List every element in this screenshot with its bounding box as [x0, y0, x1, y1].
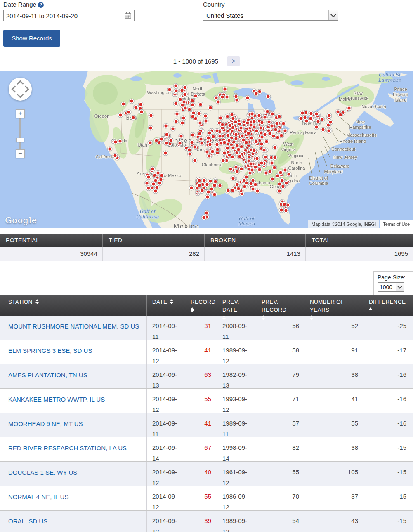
zoom-slider-handle[interactable] [16, 138, 24, 142]
map-marker[interactable] [178, 134, 184, 139]
station-link[interactable]: ELM SPRINGS 3 ESE, SD US [8, 347, 92, 354]
map-marker[interactable] [199, 188, 205, 194]
map-marker[interactable] [272, 155, 277, 161]
map-marker[interactable] [233, 136, 238, 141]
map-marker[interactable] [139, 109, 144, 114]
zoom-out-button[interactable]: − [16, 149, 25, 158]
map-marker[interactable] [283, 180, 289, 186]
map-marker[interactable] [173, 88, 179, 93]
map-marker[interactable] [192, 144, 198, 150]
map-marker[interactable] [198, 136, 203, 142]
map-marker[interactable] [168, 138, 174, 143]
map-marker[interactable] [231, 176, 236, 181]
map-marker[interactable] [118, 138, 123, 144]
map-marker[interactable] [248, 181, 254, 187]
terms-of-use-link[interactable]: Terms of Use [380, 220, 413, 228]
map-marker[interactable] [217, 183, 223, 189]
map-marker[interactable] [236, 186, 241, 192]
map-marker[interactable] [197, 177, 202, 183]
map-marker[interactable] [274, 121, 280, 126]
map-marker[interactable] [224, 95, 230, 100]
map-marker[interactable] [278, 170, 283, 175]
station-link[interactable]: AMES PLANTATION, TN US [8, 371, 87, 378]
map-marker[interactable] [129, 99, 135, 104]
map-marker[interactable] [170, 126, 176, 131]
map-marker[interactable] [272, 144, 277, 150]
map-marker[interactable] [198, 102, 203, 107]
map-marker[interactable] [159, 173, 165, 178]
map-marker[interactable] [276, 189, 282, 194]
map-marker[interactable] [173, 118, 179, 124]
map-marker[interactable] [231, 145, 236, 150]
map-marker[interactable] [279, 133, 284, 138]
map-marker[interactable] [222, 140, 227, 145]
map-marker[interactable] [178, 97, 183, 102]
map-marker[interactable] [230, 154, 236, 159]
map-marker[interactable] [209, 187, 215, 192]
map-marker[interactable] [286, 171, 292, 177]
map-marker[interactable] [326, 128, 332, 133]
map-marker[interactable] [262, 115, 268, 120]
station-link[interactable]: DOUGLAS 1 SE, WY US [8, 469, 77, 476]
map-marker[interactable] [154, 185, 159, 190]
map-marker[interactable] [130, 115, 136, 120]
map-pan-control[interactable] [9, 78, 32, 101]
map-marker[interactable] [190, 102, 196, 108]
map-marker[interactable] [347, 105, 352, 111]
column-header-sort[interactable]: STATION [0, 295, 146, 316]
map-marker[interactable] [255, 189, 260, 194]
map-marker[interactable] [167, 87, 172, 92]
map-marker[interactable] [267, 169, 273, 175]
map-marker[interactable] [177, 141, 183, 146]
map-marker[interactable] [215, 147, 220, 152]
map-marker[interactable] [144, 181, 149, 186]
map-marker[interactable] [230, 188, 236, 193]
map-marker[interactable] [256, 113, 262, 118]
map-marker[interactable] [205, 194, 210, 199]
map-marker[interactable] [255, 156, 260, 161]
map-marker[interactable] [190, 132, 196, 137]
country-select[interactable]: United States [203, 10, 338, 21]
map-marker[interactable] [228, 166, 234, 172]
map-marker[interactable] [338, 112, 343, 117]
map[interactable]: WashingtonMontanaNorth DakotaOregonIdaho… [0, 71, 413, 228]
calendar-icon[interactable] [124, 12, 132, 19]
map-marker[interactable] [182, 92, 188, 97]
map-marker[interactable] [190, 114, 195, 119]
map-marker[interactable] [193, 93, 198, 99]
column-header-sort[interactable]: RECORD [185, 295, 217, 316]
map-marker[interactable] [205, 135, 211, 141]
map-marker[interactable] [203, 118, 208, 124]
map-marker[interactable] [222, 86, 227, 92]
station-link[interactable]: KANKAKEE METRO WWTP, IL US [8, 396, 105, 403]
map-marker[interactable] [269, 123, 274, 129]
map-marker[interactable] [249, 135, 255, 140]
map-marker[interactable] [113, 153, 118, 158]
map-marker[interactable] [250, 111, 255, 116]
map-marker[interactable] [216, 99, 221, 105]
pan-right-icon[interactable] [22, 86, 29, 93]
map-marker[interactable] [239, 166, 244, 172]
map-marker[interactable] [316, 119, 321, 124]
map-marker[interactable] [218, 115, 224, 121]
map-marker[interactable] [208, 105, 213, 111]
map-marker[interactable] [146, 175, 151, 180]
pan-down-icon[interactable] [17, 91, 24, 98]
map-marker[interactable] [227, 138, 232, 143]
zoom-slider-track[interactable] [19, 118, 21, 150]
station-link[interactable]: NORMAL 4 NE, IL US [8, 493, 68, 500]
map-marker[interactable] [245, 130, 251, 136]
map-marker[interactable] [148, 113, 153, 118]
map-marker[interactable] [257, 167, 262, 173]
map-marker[interactable] [262, 148, 267, 153]
map-marker[interactable] [187, 151, 193, 156]
map-marker[interactable] [220, 122, 225, 128]
map-marker[interactable] [198, 121, 203, 126]
map-marker[interactable] [217, 134, 222, 139]
map-marker[interactable] [182, 105, 188, 111]
map-marker[interactable] [260, 120, 265, 125]
map-marker[interactable] [248, 161, 253, 167]
map-marker[interactable] [214, 128, 219, 134]
map-marker[interactable] [189, 185, 194, 190]
map-marker[interactable] [118, 112, 123, 118]
